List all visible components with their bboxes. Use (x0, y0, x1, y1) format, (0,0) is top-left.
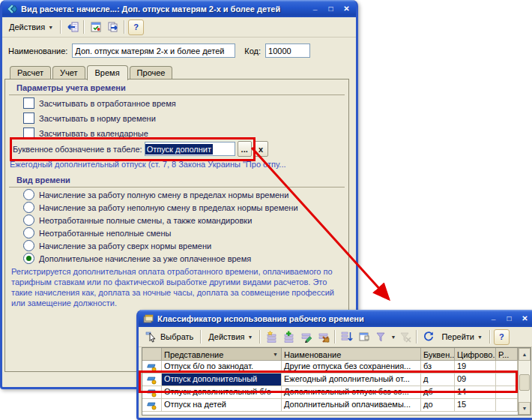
cell-code[interactable]: 14 (455, 386, 496, 399)
table-row[interactable]: Отпуск дополнительный б/о Дополнительный… (142, 386, 518, 399)
cell-letter[interactable]: дб (421, 386, 455, 399)
select-button[interactable]: Выбрать (142, 329, 197, 344)
tab-strip: Расчет Учет Время Прочее (10, 65, 172, 79)
radio-row-additional-paid[interactable]: Дополнительное начисление за уже оплачен… (23, 253, 251, 264)
radio[interactable] (23, 214, 34, 226)
cell-name[interactable]: Дополнительный отпуск без со... (282, 386, 421, 399)
tab-uchet[interactable]: Учет (52, 66, 85, 79)
help-button[interactable]: ? (494, 329, 510, 345)
dropdown-arrow-icon[interactable]: ▼ (390, 334, 396, 340)
add-item-icon[interactable] (264, 329, 279, 344)
sort-indicator-icon[interactable]: ▼ (273, 352, 279, 357)
checkbox-row-calendar[interactable]: Засчитывать в календарные (23, 128, 148, 139)
copy-to-icon[interactable] (105, 20, 121, 34)
tab-prochee[interactable]: Прочее (130, 66, 173, 79)
toolbar-separator (200, 330, 202, 344)
header-code[interactable]: Цифрово... (455, 348, 496, 361)
tab-vremya[interactable]: Время (87, 65, 128, 80)
help-button[interactable]: ? (128, 20, 144, 35)
cell-name[interactable]: Дополнительный оплачиваемы... (282, 399, 421, 412)
cell-letter[interactable]: до (421, 399, 455, 412)
radio-label: Начисление за работу неполную смену в пр… (39, 203, 298, 212)
radio-label: Неотработанные неполные смены (39, 229, 171, 238)
sort-icon[interactable] (339, 329, 354, 344)
radio[interactable] (23, 240, 34, 251)
radio[interactable] (23, 189, 34, 200)
dropdown-arrow-icon: ▼ (477, 334, 483, 340)
goto-button[interactable]: Перейти▼ (438, 331, 486, 343)
cell-code[interactable]: 19 (455, 361, 496, 374)
classifier-title-bar[interactable]: Классификатор использования рабочего вре… (139, 310, 532, 327)
reread-icon[interactable] (88, 20, 103, 34)
name-label: Наименование: (8, 46, 67, 56)
maximize-button[interactable]: □ (324, 3, 337, 14)
cell-view[interactable]: Отпуск дополнительный (162, 374, 282, 386)
cell-p[interactable] (496, 374, 518, 386)
cell-code[interactable]: 09 (455, 374, 496, 386)
cell-view[interactable]: Отпуск б/о по закнодат. (162, 361, 282, 374)
table-row[interactable]: Отпуск на детей Дополнительный оплачивае… (142, 399, 518, 412)
main-title-bar[interactable]: Вид расчета: начисле...: Доп. отпуск мат… (2, 0, 356, 17)
checkbox[interactable] (23, 98, 34, 109)
filter-clear-icon (397, 329, 413, 344)
checkbox-row-worked-time[interactable]: Засчитывать в отработанное время (23, 98, 176, 109)
letter-designation-label: Буквенное обозначение в табеле: (13, 145, 142, 154)
open-form-icon[interactable] (356, 329, 372, 344)
cell-p[interactable] (496, 399, 518, 412)
radio-row-unworked-full[interactable]: Неотработанные полные смены, а также ком… (23, 214, 252, 226)
minimize-button[interactable]: _ (309, 3, 321, 14)
close-button[interactable]: ✕ (340, 3, 353, 14)
delete-item-icon[interactable] (315, 329, 331, 344)
table-row-selected[interactable]: Отпуск дополнительный Ежегодный дополнит… (142, 374, 518, 386)
clear-icon[interactable]: x (254, 141, 268, 157)
actions-button[interactable]: Действия▼ (205, 331, 256, 343)
cell-name[interactable]: Другие отпуска без сохранения... (282, 361, 421, 374)
designation-description-link: Ежегодный дополнительный отпуск (ст. 7, … (10, 160, 345, 169)
radio[interactable] (23, 227, 34, 238)
refresh-icon[interactable] (420, 329, 436, 344)
radio-row-full-shift[interactable]: Начисление за работу полную смену в пред… (23, 189, 288, 200)
table-row[interactable]: Отпуск б/о по закнодат. Другие отпуска б… (142, 361, 518, 374)
name-input[interactable]: Доп. отпуск матерям 2-х и более детей (72, 44, 235, 58)
cell-letter[interactable]: бз (421, 361, 455, 374)
cell-view[interactable]: Отпуск на детей (162, 399, 282, 412)
header-view[interactable]: Представление ▼ (162, 348, 282, 361)
cell-name[interactable]: Ежегодный дополнительный от... (282, 374, 421, 386)
go-back-icon[interactable] (64, 20, 80, 34)
choose-button[interactable]: ... (238, 141, 252, 157)
vertical-scrollbar[interactable]: ▲ ▼ (518, 348, 531, 415)
checkbox[interactable] (23, 112, 34, 124)
header-p[interactable]: Р... (496, 348, 518, 361)
cell-p[interactable] (496, 386, 518, 399)
item-icon (142, 399, 162, 412)
toolbar-separator (259, 330, 261, 344)
radio-row-overtime[interactable]: Начисление за работу сверх нормы времени (23, 240, 211, 251)
header-name[interactable]: Наименование (282, 348, 421, 361)
letter-designation-field[interactable]: Отпуск дополнит (145, 142, 235, 156)
filter-icon[interactable] (373, 329, 389, 344)
checkbox[interactable] (23, 128, 34, 139)
actions-button[interactable]: Действия▼ (5, 21, 57, 33)
tab-raschet[interactable]: Расчет (10, 66, 51, 79)
header-letter[interactable]: Буквен... (421, 348, 455, 361)
scrollbar-thumb[interactable] (519, 374, 530, 391)
cell-code[interactable]: 15 (455, 399, 496, 412)
cell-letter[interactable]: д (421, 374, 455, 386)
header-icon-column[interactable] (142, 348, 162, 361)
copy-item-icon[interactable] (281, 329, 297, 344)
minimize-button[interactable]: _ (487, 313, 500, 324)
radio[interactable] (23, 202, 34, 213)
radio-row-partial-shift[interactable]: Начисление за работу неполную смену в пр… (23, 202, 298, 213)
scroll-up-icon[interactable]: ▲ (519, 348, 531, 361)
radio-selected[interactable] (23, 253, 34, 264)
scroll-down-icon[interactable]: ▼ (519, 402, 531, 415)
checkbox-row-norm-time[interactable]: Засчитывать в норму времени (23, 112, 156, 124)
maximize-button[interactable]: □ (503, 313, 516, 324)
edit-item-icon[interactable] (298, 329, 314, 344)
close-button[interactable]: ✕ (519, 313, 531, 324)
radio-row-unworked-partial[interactable]: Неотработанные неполные смены (23, 227, 171, 238)
cell-p[interactable] (496, 361, 518, 374)
classifier-table: Представление ▼ Наименование Буквен... Ц… (142, 347, 531, 416)
cell-view[interactable]: Отпуск дополнительный б/о (162, 386, 282, 399)
code-input[interactable]: 10000 (265, 44, 310, 58)
